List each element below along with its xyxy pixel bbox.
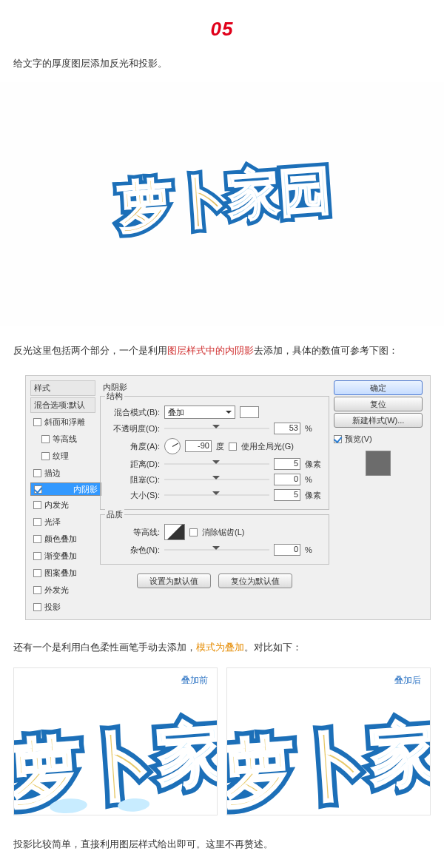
label-noise: 杂色(N): xyxy=(105,545,160,556)
checkbox-icon[interactable] xyxy=(34,485,42,494)
checkbox-icon[interactable] xyxy=(334,435,342,443)
p2-em: 模式为叠加 xyxy=(196,642,244,653)
svg-text:家园: 家园 xyxy=(226,161,333,226)
legend-quality: 品质 xyxy=(105,509,124,520)
label: 内发光 xyxy=(44,499,69,511)
set-default-button[interactable]: 设置为默认值 xyxy=(137,573,211,588)
label-after: 叠加后 xyxy=(394,674,421,687)
p2-b: 。对比如下： xyxy=(244,642,302,653)
label: 斜面和浮雕 xyxy=(44,417,85,428)
ok-button[interactable]: 确定 xyxy=(334,380,423,395)
blend-options-header[interactable]: 混合选项:默认 xyxy=(30,397,95,413)
styles-list: 样式 混合选项:默认 斜面和浮雕 等高线 纹理 描边 内阴影 内发光 光泽 颜色… xyxy=(30,380,95,615)
checkbox-icon[interactable] xyxy=(33,535,41,543)
noise-value[interactable]: 0 xyxy=(274,544,300,556)
unit-pct: % xyxy=(305,545,324,554)
checkbox-icon[interactable] xyxy=(189,528,198,536)
checkbox-icon[interactable] xyxy=(33,603,41,611)
p1-em: 图层样式中的内阴影 xyxy=(167,345,254,356)
checkbox-icon[interactable] xyxy=(33,518,41,526)
preview-toggle[interactable]: 预览(V) xyxy=(334,434,423,445)
styles-header: 样式 xyxy=(30,380,95,396)
opacity-slider[interactable] xyxy=(164,423,269,434)
label-blend-mode: 混合模式(B): xyxy=(105,407,160,418)
checkbox-icon[interactable] xyxy=(33,501,41,509)
color-swatch[interactable] xyxy=(240,406,259,418)
contour-picker[interactable] xyxy=(164,524,185,540)
footer-text: 投影比较简单，直接利用图层样式给出即可。这里不再赘述。 xyxy=(0,815,444,868)
unit-px: 像素 xyxy=(305,459,324,470)
paragraph-1: 反光这里包括两个部分，一个是利用图层样式中的内阴影去添加，具体的数值可参考下图： xyxy=(0,326,444,371)
style-texture[interactable]: 纹理 xyxy=(30,448,95,464)
group-quality: 品质 等高线: 消除锯齿(L) 杂色(N): 0 % xyxy=(100,514,329,565)
label: 颜色叠加 xyxy=(44,534,77,545)
label: 纹理 xyxy=(53,451,69,462)
checkbox-icon[interactable] xyxy=(41,435,50,443)
reset-default-button[interactable]: 复位为默认值 xyxy=(218,573,292,588)
angle-value[interactable]: -90 xyxy=(185,440,212,452)
label: 等高线 xyxy=(53,434,77,445)
label-distance: 距离(D): xyxy=(105,459,160,470)
intro-text: 给文字的厚度图层添加反光和投影。 xyxy=(0,50,444,82)
checkbox-icon[interactable] xyxy=(33,586,41,594)
label: 渐变叠加 xyxy=(44,551,77,562)
new-style-button[interactable]: 新建样式(W)... xyxy=(334,413,423,428)
preview-label: 预览(V) xyxy=(345,434,372,445)
style-inner-shadow[interactable]: 内阴影 xyxy=(30,482,101,496)
noise-slider[interactable] xyxy=(164,545,269,555)
size-slider[interactable] xyxy=(164,490,269,500)
style-drop-shadow[interactable]: 投影 xyxy=(30,599,95,615)
checkbox-icon[interactable] xyxy=(33,552,41,560)
value: 叠加 xyxy=(168,407,184,418)
art-before: 萝卜 萝卜 家 家 xyxy=(14,689,217,815)
label: 内阴影 xyxy=(73,484,98,495)
paragraph-2: 还有一个是利用白色柔性画笔手动去添加，模式为叠加。对比如下： xyxy=(0,623,444,667)
checkbox-icon[interactable] xyxy=(33,418,41,426)
chevron-down-icon xyxy=(226,411,232,417)
checkbox-icon[interactable] xyxy=(33,469,41,477)
svg-text:萝卜: 萝卜 xyxy=(227,724,370,815)
style-gradient-overlay[interactable]: 渐变叠加 xyxy=(30,548,95,564)
distance-slider[interactable] xyxy=(164,459,269,469)
p1-b: 去添加，具体的数值可参考下图： xyxy=(254,345,398,356)
style-bevel[interactable]: 斜面和浮雕 xyxy=(30,414,95,430)
distance-value[interactable]: 5 xyxy=(274,458,300,470)
checkbox-icon[interactable] xyxy=(229,443,237,451)
label-choke: 阻塞(C): xyxy=(105,474,160,485)
angle-wheel[interactable] xyxy=(164,438,181,454)
label-global-light: 使用全局光(G) xyxy=(241,441,294,452)
style-outer-glow[interactable]: 外发光 xyxy=(30,582,95,598)
label-angle: 角度(A): xyxy=(105,441,160,452)
label-size: 大小(S): xyxy=(105,490,160,501)
cancel-button[interactable]: 复位 xyxy=(334,397,423,411)
style-inner-glow[interactable]: 内发光 xyxy=(30,497,95,513)
label-contour: 等高线: xyxy=(105,527,160,538)
unit-deg: 度 xyxy=(216,441,224,452)
checkbox-icon[interactable] xyxy=(41,452,50,460)
label-antialias: 消除锯齿(L) xyxy=(202,527,244,538)
settings-panel: 内阴影 结构 混合模式(B): 叠加 不透明度(O): 53 % 角度(A): … xyxy=(100,380,329,615)
legend-structure: 结构 xyxy=(105,391,124,402)
style-stroke[interactable]: 描边 xyxy=(30,465,95,481)
label: 投影 xyxy=(44,602,61,613)
svg-text:家: 家 xyxy=(367,716,430,794)
choke-value[interactable]: 0 xyxy=(274,474,300,485)
group-structure: 结构 混合模式(B): 叠加 不透明度(O): 53 % 角度(A): -90 … xyxy=(100,396,329,510)
size-value[interactable]: 5 xyxy=(274,489,300,501)
style-contour[interactable]: 等高线 xyxy=(30,431,95,447)
label: 描边 xyxy=(44,468,61,479)
p2-a: 还有一个是利用白色柔性画笔手动去添加， xyxy=(13,642,196,653)
style-pattern-overlay[interactable]: 图案叠加 xyxy=(30,565,95,581)
checkbox-icon[interactable] xyxy=(33,569,41,577)
compare-before: 叠加前 萝卜 萝卜 家 家 xyxy=(13,667,218,815)
hero-artwork: 萝卜 萝卜 家园 家园 xyxy=(0,82,444,326)
blend-mode-select[interactable]: 叠加 xyxy=(164,406,235,419)
choke-slider[interactable] xyxy=(164,474,269,485)
logo-art: 萝卜 萝卜 家园 家园 xyxy=(89,138,355,271)
svg-text:家: 家 xyxy=(154,716,217,794)
style-color-overlay[interactable]: 颜色叠加 xyxy=(30,531,95,547)
art-after: 萝卜 萝卜 家 家 xyxy=(227,689,430,815)
panel-title: 内阴影 xyxy=(100,380,329,394)
opacity-value[interactable]: 53 xyxy=(274,423,300,434)
style-satin[interactable]: 光泽 xyxy=(30,514,95,530)
